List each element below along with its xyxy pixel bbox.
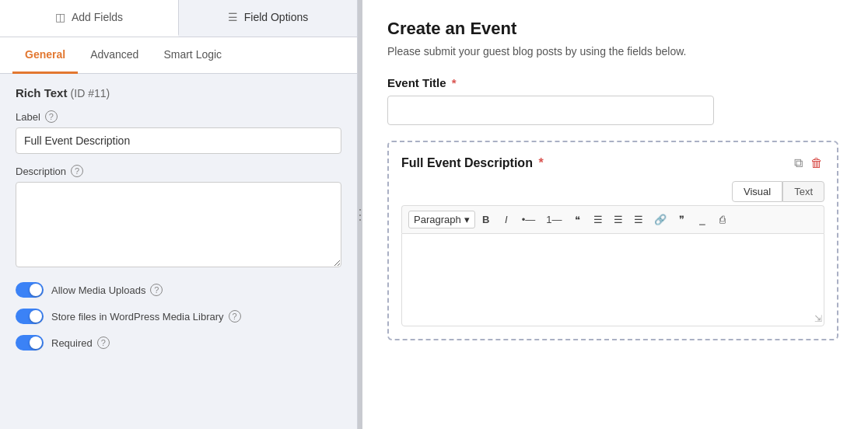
required-label: Required ? bbox=[51, 337, 110, 349]
required-toggle[interactable] bbox=[16, 335, 44, 351]
label-help-icon[interactable]: ? bbox=[45, 110, 58, 123]
field-options-content: Rich Text (ID #11) Label ? Description ?… bbox=[0, 74, 357, 429]
add-fields-icon: ◫ bbox=[55, 11, 65, 23]
duplicate-field-button[interactable]: ⧉ bbox=[793, 155, 804, 172]
align-center-button[interactable]: ☰ bbox=[609, 211, 628, 228]
required-help-icon[interactable]: ? bbox=[97, 337, 110, 349]
ordered-list-button[interactable]: 1— bbox=[541, 211, 566, 228]
label-field-label: Label bbox=[16, 111, 40, 123]
event-title-label-wrapper: Event Title * bbox=[387, 76, 843, 89]
tab-smart-logic[interactable]: Smart Logic bbox=[151, 37, 234, 74]
left-panel: ◫ Add Fields ☰ Field Options General Adv… bbox=[0, 0, 358, 429]
bold-button[interactable]: B bbox=[477, 211, 495, 228]
italic-button[interactable]: I bbox=[497, 211, 516, 228]
align-right-button[interactable]: ☰ bbox=[629, 211, 648, 228]
paragraph-dropdown-icon: ▾ bbox=[464, 214, 470, 225]
tab-field-options-label: Field Options bbox=[244, 11, 308, 23]
tab-advanced[interactable]: Advanced bbox=[78, 37, 151, 74]
field-title-heading: Rich Text (ID #11) bbox=[16, 86, 341, 99]
inner-tab-bar: General Advanced Smart Logic bbox=[0, 37, 357, 74]
description-help-icon[interactable]: ? bbox=[71, 165, 83, 177]
tab-add-fields-label: Add Fields bbox=[72, 11, 123, 23]
text-mode-tab[interactable]: Text bbox=[782, 181, 824, 202]
allow-media-label: Allow Media Uploads ? bbox=[51, 284, 163, 296]
tab-field-options[interactable]: ☰ Field Options bbox=[179, 0, 357, 37]
rich-text-header: Full Event Description * ⧉ 🗑 bbox=[401, 155, 824, 172]
duplicate-icon: ⧉ bbox=[794, 156, 803, 170]
paragraph-select[interactable]: Paragraph ▾ bbox=[408, 211, 475, 228]
allow-media-toggle[interactable] bbox=[16, 282, 44, 298]
close-quote-button[interactable]: ❞ bbox=[673, 211, 691, 228]
trash-icon: 🗑 bbox=[810, 156, 823, 170]
unordered-list-button[interactable]: •— bbox=[517, 211, 541, 228]
allow-media-toggle-row: Allow Media Uploads ? bbox=[16, 282, 341, 298]
rich-text-required-star: * bbox=[538, 156, 543, 169]
allow-media-help-icon[interactable]: ? bbox=[150, 284, 163, 296]
editor-mode-tabs: Visual Text bbox=[401, 181, 824, 202]
align-left-button[interactable]: ☰ bbox=[589, 211, 607, 228]
rich-text-field-container: Full Event Description * ⧉ 🗑 Visual Text bbox=[387, 141, 838, 340]
required-toggle-row: Required ? bbox=[16, 335, 341, 351]
editor-toolbar: Paragraph ▾ B I •— 1— ❝ ☰ ☰ ☰ 🔗 ❞ ⎯ ⎙ bbox=[401, 205, 824, 233]
store-files-help-icon[interactable]: ? bbox=[229, 310, 241, 323]
store-files-toggle-row: Store files in WordPress Media Library ? bbox=[16, 309, 341, 324]
delete-field-button[interactable]: 🗑 bbox=[809, 155, 824, 172]
label-field-row: Label ? bbox=[16, 110, 341, 123]
store-files-toggle[interactable] bbox=[16, 309, 44, 324]
form-subtitle: Please submit your guest blog posts by u… bbox=[387, 45, 843, 58]
link-button[interactable]: 🔗 bbox=[649, 211, 671, 228]
event-title-required-star: * bbox=[452, 76, 457, 89]
editor-body[interactable]: ⇲ bbox=[401, 233, 824, 326]
description-field-row: Description ? bbox=[16, 165, 341, 177]
visual-mode-tab[interactable]: Visual bbox=[732, 181, 782, 202]
field-options-icon: ☰ bbox=[228, 11, 238, 23]
blockquote-button[interactable]: ❝ bbox=[569, 211, 587, 228]
right-panel: Create an Event Please submit your guest… bbox=[362, 0, 868, 429]
resize-handle: ⇲ bbox=[814, 313, 822, 324]
tab-add-fields[interactable]: ◫ Add Fields bbox=[0, 0, 179, 37]
form-title: Create an Event bbox=[387, 19, 843, 39]
panel-divider bbox=[358, 0, 362, 429]
tab-general[interactable]: General bbox=[12, 37, 78, 74]
event-title-input[interactable] bbox=[387, 96, 714, 125]
description-input[interactable] bbox=[16, 182, 341, 267]
label-input[interactable] bbox=[16, 127, 341, 154]
field-id: (ID #11) bbox=[71, 87, 110, 99]
rich-text-field-title: Full Event Description * bbox=[401, 156, 544, 170]
keyboard-shortcut-button[interactable]: ⎙ bbox=[713, 211, 732, 228]
store-files-label: Store files in WordPress Media Library ? bbox=[51, 310, 241, 323]
description-field-label: Description bbox=[16, 166, 66, 177]
rich-text-actions: ⧉ 🗑 bbox=[793, 155, 824, 172]
top-tab-bar: ◫ Add Fields ☰ Field Options bbox=[0, 0, 357, 37]
horizontal-rule-button[interactable]: ⎯ bbox=[693, 211, 712, 228]
